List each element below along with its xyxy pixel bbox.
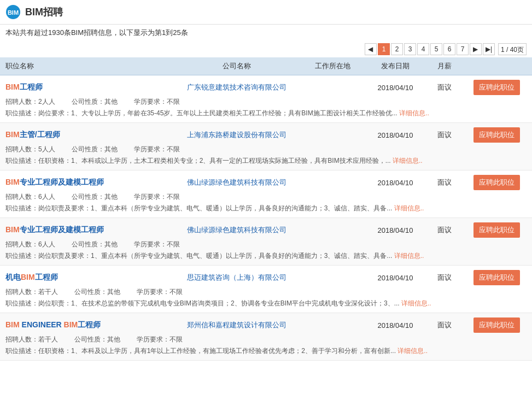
job-company-nature: 公司性质：其他 xyxy=(74,335,120,344)
job-action: 应聘此职位 xyxy=(466,317,527,333)
job-salary: 面议 xyxy=(423,83,466,92)
pagination-page-3[interactable]: 3 xyxy=(404,43,416,55)
site-title: BIM招聘 xyxy=(25,5,63,19)
job-item: 机电BIM工程师思迈建筑咨询（上海）有限公司2018/04/10面议应聘此职位招… xyxy=(0,266,532,313)
job-action: 应聘此职位 xyxy=(466,270,527,285)
job-row-main: 机电BIM工程师思迈建筑咨询（上海）有限公司2018/04/10面议应聘此职位 xyxy=(5,270,527,285)
job-recruit-count: 招聘人数：6人人 xyxy=(5,192,55,202)
job-company: 思迈建筑咨询（上海）有限公司 xyxy=(177,273,297,283)
pagination-prev[interactable]: ◀ xyxy=(365,43,377,55)
job-item: BIM专业工程师及建模工程师佛山绿源绿色建筑科技有限公司2018/04/10面议… xyxy=(0,170,532,218)
job-company-nature: 公司性质：其他 xyxy=(72,97,118,107)
pagination-next-end[interactable]: ▶| xyxy=(483,43,495,55)
job-date: 2018/04/10 xyxy=(368,179,423,187)
job-title: BIM专业工程师及建模工程师 xyxy=(5,225,177,235)
job-row-main: BIM主管/工程师上海浦东路桥建设股份有限公司2018/04/10面议应聘此职位 xyxy=(5,127,527,143)
logo-icon: BIM xyxy=(5,4,21,20)
job-detail-link[interactable]: 详细信息.. xyxy=(399,109,429,117)
job-company-link[interactable]: 佛山绿源绿色建筑科技有限公司 xyxy=(187,226,287,234)
pagination-page-5[interactable]: 5 xyxy=(430,43,442,55)
job-row-meta: 招聘人数：2人人公司性质：其他学历要求：不限 xyxy=(5,97,527,107)
job-title: BIM工程师 xyxy=(5,83,177,92)
job-company-link[interactable]: 佛山绿源绿色建筑科技有限公司 xyxy=(187,178,287,186)
job-recruit-count: 招聘人数：6人人 xyxy=(5,240,55,249)
pagination-page-2[interactable]: 2 xyxy=(391,43,403,55)
job-row-main: BIM专业工程师及建模工程师佛山绿源绿色建筑科技有限公司2018/04/10面议… xyxy=(5,175,527,190)
job-row-meta: 招聘人数：若干人公司性质：其他学历要求：不限 xyxy=(5,287,527,297)
job-education: 学历要求：不限 xyxy=(137,335,183,344)
job-row-main: BIM ENGINEER BIM工程师郑州信和嘉程建筑设计有限公司2018/04… xyxy=(5,317,527,333)
job-title: BIM ENGINEER BIM工程师 xyxy=(5,320,177,330)
job-title-link[interactable]: BIM ENGINEER BIM工程师 xyxy=(5,320,101,329)
col-header-location: 工作所在地 xyxy=(297,61,368,71)
apply-button[interactable]: 应聘此职位 xyxy=(473,222,520,238)
subtitle: 本站共有超过1930条BIM招聘信息，以下显示为第1到25条 xyxy=(0,25,532,41)
job-company: 佛山绿源绿色建筑科技有限公司 xyxy=(177,178,297,187)
job-company: 广东锐意建筑技术咨询有限公司 xyxy=(177,83,297,92)
job-detail-link[interactable]: 详细信息.. xyxy=(393,157,423,164)
job-row-meta: 招聘人数：6人人公司性质：其他学历要求：不限 xyxy=(5,192,527,202)
job-salary: 面议 xyxy=(423,320,466,330)
job-action: 应聘此职位 xyxy=(466,175,527,190)
job-recruit-count: 招聘人数：若干人 xyxy=(5,287,58,297)
apply-button[interactable]: 应聘此职位 xyxy=(473,175,520,190)
job-education: 学历要求：不限 xyxy=(134,240,180,249)
svg-text:BIM: BIM xyxy=(8,9,19,16)
job-title-link[interactable]: BIM主管/工程师 xyxy=(5,130,60,139)
job-action: 应聘此职位 xyxy=(466,127,527,143)
job-company-link[interactable]: 上海浦东路桥建设股份有限公司 xyxy=(187,131,287,139)
job-company-link[interactable]: 广东锐意建筑技术咨询有限公司 xyxy=(187,83,287,91)
job-action: 应聘此职位 xyxy=(466,222,527,238)
job-description: 职位描述：岗位职责及要求：1、重点本科（所学专业为建筑、电气、暖通）以上学历，具… xyxy=(5,203,527,213)
job-title: 机电BIM工程师 xyxy=(5,273,177,283)
table-header: 职位名称 公司名称 工作所在地 发布日期 月薪 xyxy=(0,57,532,75)
page-header: BIM BIM招聘 xyxy=(0,0,532,25)
job-list: BIM工程师广东锐意建筑技术咨询有限公司2018/04/10面议应聘此职位招聘人… xyxy=(0,75,532,361)
job-date: 2018/04/10 xyxy=(368,321,423,330)
job-row-meta: 招聘人数：5人人公司性质：其他学历要求：不限 xyxy=(5,145,527,154)
job-item: BIM工程师广东锐意建筑技术咨询有限公司2018/04/10面议应聘此职位招聘人… xyxy=(0,75,532,123)
job-company-link[interactable]: 郑州信和嘉程建筑设计有限公司 xyxy=(187,321,287,329)
job-company: 郑州信和嘉程建筑设计有限公司 xyxy=(177,320,297,330)
job-education: 学历要求：不限 xyxy=(134,192,180,202)
pagination-page-6[interactable]: 6 xyxy=(443,43,455,55)
pagination-page-7[interactable]: 7 xyxy=(457,43,469,55)
apply-button[interactable]: 应聘此职位 xyxy=(473,127,520,143)
job-title-link[interactable]: BIM专业工程师及建模工程师 xyxy=(5,225,104,234)
job-title: BIM主管/工程师 xyxy=(5,130,177,140)
job-description: 职位描述：任职资格：1、本科及以上学历，具有1年以上工作经验，有施工现场工作经验… xyxy=(5,346,527,356)
job-company: 上海浦东路桥建设股份有限公司 xyxy=(177,130,297,140)
job-detail-link[interactable]: 详细信息.. xyxy=(394,204,424,212)
job-title-link[interactable]: BIM工程师 xyxy=(5,83,43,91)
job-education: 学历要求：不限 xyxy=(134,97,180,107)
apply-button[interactable]: 应聘此职位 xyxy=(473,317,520,333)
job-title: BIM专业工程师及建模工程师 xyxy=(5,178,177,187)
job-education: 学历要求：不限 xyxy=(137,287,183,297)
job-row-meta: 招聘人数：6人人公司性质：其他学历要求：不限 xyxy=(5,240,527,249)
job-company-nature: 公司性质：其他 xyxy=(74,287,120,297)
job-date: 2018/04/10 xyxy=(368,84,423,92)
job-item: BIM ENGINEER BIM工程师郑州信和嘉程建筑设计有限公司2018/04… xyxy=(0,313,532,361)
job-description: 职位描述：岗位职责及要求：1、重点本科（所学专业为建筑、电气、暖通）以上学历，具… xyxy=(5,251,527,261)
pagination-next[interactable]: ▶ xyxy=(470,43,482,55)
job-date: 2018/04/10 xyxy=(368,274,423,282)
job-salary: 面议 xyxy=(423,130,466,140)
job-salary: 面议 xyxy=(423,225,466,235)
job-detail-link[interactable]: 详细信息.. xyxy=(401,299,431,307)
job-date: 2018/04/10 xyxy=(368,226,423,234)
job-company-link[interactable]: 思迈建筑咨询（上海）有限公司 xyxy=(187,273,287,281)
job-title-link[interactable]: 机电BIM工程师 xyxy=(5,273,58,281)
job-row-main: BIM工程师广东锐意建筑技术咨询有限公司2018/04/10面议应聘此职位 xyxy=(5,80,527,95)
job-item: BIM专业工程师及建模工程师佛山绿源绿色建筑科技有限公司2018/04/10面议… xyxy=(0,218,532,266)
col-header-action xyxy=(466,61,527,71)
job-description: 职位描述：岗位职责：1、在技术总监的带领下完成机电专业BIM咨询类项目；2、协调… xyxy=(5,298,527,308)
job-detail-link[interactable]: 详细信息.. xyxy=(397,347,428,355)
job-title-link[interactable]: BIM专业工程师及建模工程师 xyxy=(5,178,104,186)
apply-button[interactable]: 应聘此职位 xyxy=(473,270,520,285)
job-detail-link[interactable]: 详细信息.. xyxy=(394,252,424,260)
job-action: 应聘此职位 xyxy=(466,80,527,95)
pagination-page-1[interactable]: 1 xyxy=(378,43,390,55)
job-recruit-count: 招聘人数：若干人 xyxy=(5,335,58,344)
apply-button[interactable]: 应聘此职位 xyxy=(473,80,520,95)
pagination-page-4[interactable]: 4 xyxy=(417,43,429,55)
